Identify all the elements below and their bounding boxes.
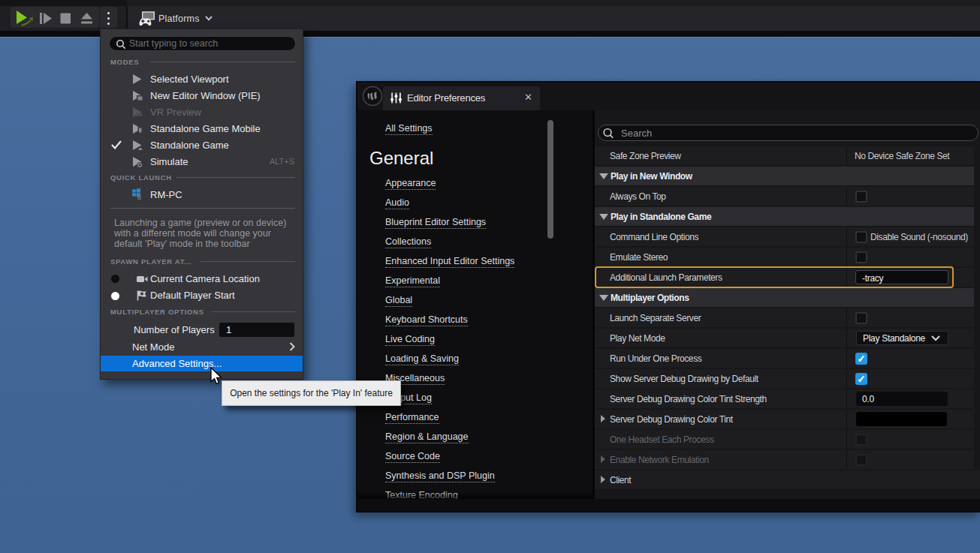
svg-text:u: u [137,193,142,200]
